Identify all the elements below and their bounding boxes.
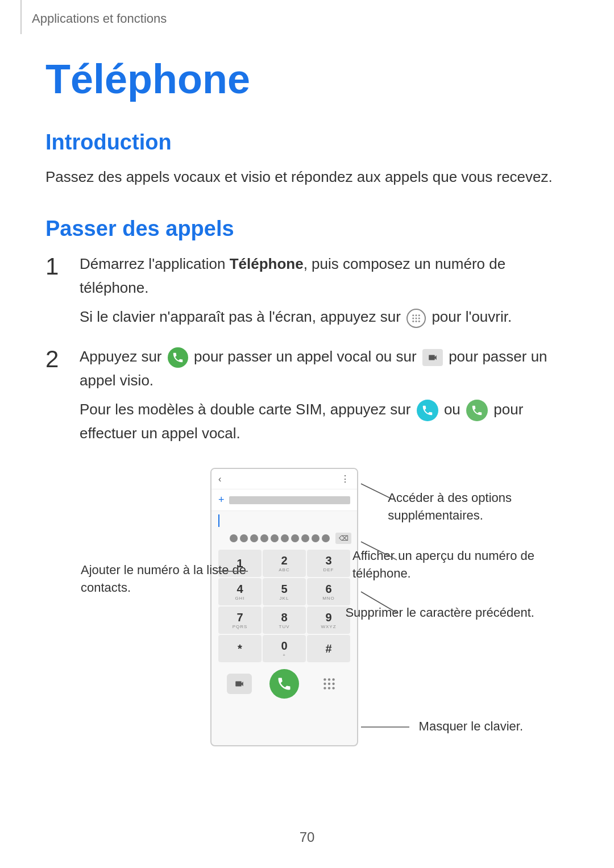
svg-point-3 bbox=[412, 317, 414, 319]
left-border-decoration bbox=[20, 0, 22, 34]
step-1: 1 Démarrez l'application Téléphone, puis… bbox=[45, 252, 569, 329]
page-number: 70 bbox=[300, 829, 315, 845]
sim2-call-icon bbox=[466, 400, 488, 421]
step-1-content: Démarrez l'application Téléphone, puis c… bbox=[80, 252, 569, 329]
page-title: Téléphone bbox=[45, 57, 569, 102]
breadcrumb: Applications et fonctions bbox=[32, 11, 167, 26]
step-2-vocal-text: pour passer un appel vocal ou sur bbox=[194, 348, 421, 365]
video-call-icon bbox=[422, 349, 443, 366]
step-2: 2 Appuyez sur pour passer un appel vocal… bbox=[45, 345, 569, 445]
step-1-sub-text2: pour l'ouvrir. bbox=[432, 308, 512, 325]
diagram-area: ‹ ⋮ + ⌫ bbox=[45, 468, 569, 763]
svg-point-2 bbox=[418, 314, 420, 316]
annotation-arrow-hide-keyboard bbox=[45, 468, 614, 809]
svg-point-1 bbox=[416, 314, 417, 316]
step-2-sub-or: ou bbox=[444, 401, 464, 418]
step-1-text-part1: Démarrez l'application Téléphone, puis c… bbox=[80, 255, 505, 296]
step-2-number: 2 bbox=[45, 345, 80, 373]
step-1-number: 1 bbox=[45, 252, 80, 281]
step-1-app-name: Téléphone bbox=[230, 255, 304, 272]
section-passer-title: Passer des appels bbox=[45, 217, 569, 241]
svg-point-6 bbox=[412, 320, 414, 322]
sim1-call-icon bbox=[417, 400, 438, 421]
grid-icon bbox=[406, 309, 426, 328]
step-1-subline: Si le clavier n'apparaît pas à l'écran, … bbox=[80, 305, 569, 329]
step-2-subline: Pour les modèles à double carte SIM, app… bbox=[80, 398, 569, 445]
svg-point-7 bbox=[416, 320, 417, 322]
svg-point-5 bbox=[418, 317, 420, 319]
step-2-text-main: Appuyez sur bbox=[80, 348, 166, 365]
intro-text: Passez des appels vocaux et visio et rép… bbox=[45, 166, 569, 188]
step-2-sub-text1: Pour les modèles à double carte SIM, app… bbox=[80, 401, 415, 418]
section-introduction: Introduction Passez des appels vocaux et… bbox=[45, 130, 569, 188]
svg-point-4 bbox=[416, 317, 417, 319]
step-1-sub-text: Si le clavier n'apparaît pas à l'écran, … bbox=[80, 308, 405, 325]
phone-call-icon bbox=[168, 347, 188, 368]
section-passer-appels: Passer des appels 1 Démarrez l'applicati… bbox=[45, 217, 569, 445]
section-intro-title: Introduction bbox=[45, 130, 569, 155]
svg-point-0 bbox=[412, 314, 414, 316]
svg-point-8 bbox=[418, 320, 420, 322]
step-2-content: Appuyez sur pour passer un appel vocal o… bbox=[80, 345, 569, 445]
